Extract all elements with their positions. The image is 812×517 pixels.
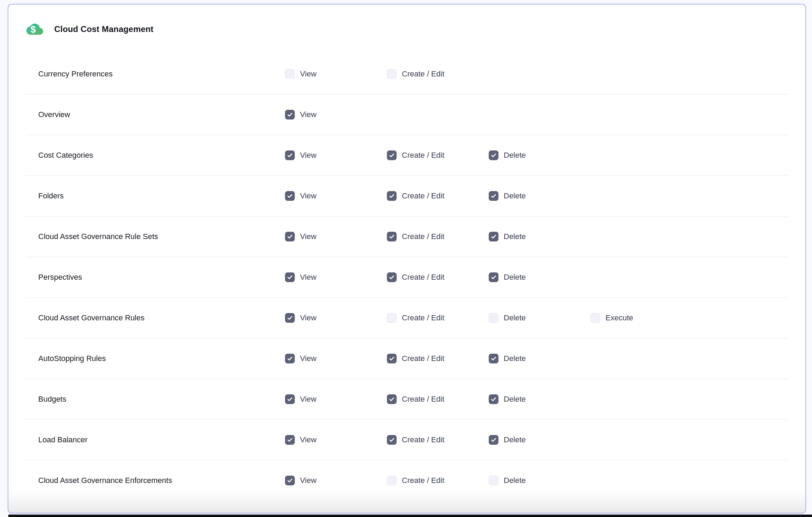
- cloud-dollar-icon: $: [26, 22, 44, 37]
- view-checkbox[interactable]: [285, 476, 295, 485]
- permission-view[interactable]: View: [285, 272, 387, 282]
- delete-checkbox[interactable]: [489, 354, 498, 363]
- resource-label: AutoStopping Rules: [38, 354, 285, 363]
- create_edit-checkbox[interactable]: [387, 313, 397, 323]
- permission-label: Create / Edit: [402, 313, 444, 322]
- permission-label: Delete: [504, 476, 526, 485]
- execute-checkbox[interactable]: [591, 313, 600, 323]
- view-checkbox[interactable]: [285, 150, 295, 160]
- permission-row: PerspectivesViewCreate / EditDelete: [26, 257, 788, 297]
- permission-delete[interactable]: Delete: [489, 272, 591, 282]
- permission-execute[interactable]: Execute: [591, 313, 788, 323]
- permission-label: Delete: [504, 354, 526, 363]
- delete-checkbox[interactable]: [489, 394, 498, 404]
- view-checkbox[interactable]: [285, 394, 295, 404]
- permission-row: Cloud Asset Governance Rule SetsViewCrea…: [26, 216, 788, 257]
- delete-checkbox[interactable]: [489, 272, 498, 282]
- create_edit-checkbox[interactable]: [387, 272, 397, 282]
- permission-delete[interactable]: Delete: [489, 394, 591, 404]
- permission-delete[interactable]: Delete: [489, 354, 591, 363]
- view-checkbox[interactable]: [285, 272, 295, 282]
- permission-label: View: [300, 151, 316, 160]
- permission-label: Create / Edit: [402, 435, 444, 444]
- permission-delete[interactable]: Delete: [489, 232, 591, 241]
- create_edit-checkbox[interactable]: [387, 476, 397, 485]
- permission-label: View: [300, 313, 316, 322]
- permission-label: View: [300, 110, 316, 119]
- permission-view[interactable]: View: [285, 313, 387, 323]
- permission-label: Create / Edit: [402, 476, 444, 485]
- resource-label: Load Balancer: [38, 435, 285, 444]
- resource-label: Currency Preferences: [38, 69, 285, 79]
- permissions-card: $ Cloud Cost Management Currency Prefere…: [8, 4, 806, 514]
- permission-view[interactable]: View: [285, 69, 387, 79]
- permission-view[interactable]: View: [285, 110, 387, 120]
- permission-row: Currency PreferencesViewCreate / Edit: [26, 54, 788, 94]
- resource-label: Cost Categories: [38, 151, 285, 160]
- permission-label: View: [300, 232, 316, 241]
- view-checkbox[interactable]: [285, 354, 295, 363]
- permission-view[interactable]: View: [285, 394, 387, 404]
- delete-checkbox[interactable]: [489, 313, 498, 323]
- create_edit-checkbox[interactable]: [387, 191, 397, 201]
- view-checkbox[interactable]: [285, 69, 295, 79]
- permission-row: AutoStopping RulesViewCreate / EditDelet…: [26, 338, 788, 379]
- delete-checkbox[interactable]: [489, 232, 498, 241]
- permission-view[interactable]: View: [285, 476, 387, 485]
- permission-label: Delete: [504, 435, 526, 444]
- permission-label: Create / Edit: [402, 151, 444, 160]
- delete-checkbox[interactable]: [489, 435, 498, 445]
- permission-create_edit[interactable]: Create / Edit: [387, 354, 489, 363]
- create_edit-checkbox[interactable]: [387, 150, 397, 160]
- permission-view[interactable]: View: [285, 150, 387, 160]
- permission-view[interactable]: View: [285, 435, 387, 445]
- permission-delete[interactable]: Delete: [489, 191, 591, 201]
- permission-create_edit[interactable]: Create / Edit: [387, 476, 489, 485]
- permission-label: Create / Edit: [402, 232, 444, 241]
- resource-label: Overview: [38, 110, 285, 119]
- permission-label: Delete: [504, 232, 526, 241]
- create_edit-checkbox[interactable]: [387, 232, 397, 241]
- permission-create_edit[interactable]: Create / Edit: [387, 232, 489, 241]
- permission-view[interactable]: View: [285, 354, 387, 363]
- permission-create_edit[interactable]: Create / Edit: [387, 69, 489, 79]
- permission-row: BudgetsViewCreate / EditDelete: [26, 379, 788, 419]
- permission-label: Delete: [504, 313, 526, 322]
- permission-create_edit[interactable]: Create / Edit: [387, 272, 489, 282]
- delete-checkbox[interactable]: [489, 476, 498, 485]
- view-checkbox[interactable]: [285, 313, 295, 323]
- delete-checkbox[interactable]: [489, 191, 498, 201]
- permission-label: Delete: [504, 191, 526, 200]
- view-checkbox[interactable]: [285, 232, 295, 241]
- create_edit-checkbox[interactable]: [387, 394, 397, 404]
- resource-label: Cloud Asset Governance Rules: [38, 313, 285, 322]
- view-checkbox[interactable]: [285, 191, 295, 201]
- permission-create_edit[interactable]: Create / Edit: [387, 313, 489, 323]
- permission-create_edit[interactable]: Create / Edit: [387, 435, 489, 445]
- create_edit-checkbox[interactable]: [387, 69, 397, 79]
- permission-label: View: [300, 435, 316, 444]
- permission-delete[interactable]: Delete: [489, 435, 591, 445]
- module-header: $ Cloud Cost Management: [26, 5, 788, 54]
- svg-text:$: $: [31, 24, 36, 35]
- permission-label: Create / Edit: [402, 69, 444, 79]
- create_edit-checkbox[interactable]: [387, 435, 397, 445]
- permission-row: OverviewView: [26, 94, 788, 135]
- view-checkbox[interactable]: [285, 110, 295, 120]
- permission-label: Delete: [504, 273, 526, 282]
- permission-label: Create / Edit: [402, 354, 444, 363]
- permission-create_edit[interactable]: Create / Edit: [387, 150, 489, 160]
- permission-label: Create / Edit: [402, 395, 444, 404]
- permission-delete[interactable]: Delete: [489, 150, 591, 160]
- permission-view[interactable]: View: [285, 232, 387, 241]
- permission-create_edit[interactable]: Create / Edit: [387, 394, 489, 404]
- permission-delete[interactable]: Delete: [489, 476, 591, 485]
- permission-delete[interactable]: Delete: [489, 313, 591, 323]
- delete-checkbox[interactable]: [489, 150, 498, 160]
- view-checkbox[interactable]: [285, 435, 295, 445]
- permission-label: View: [300, 395, 316, 404]
- permission-label: Create / Edit: [402, 191, 444, 200]
- permission-create_edit[interactable]: Create / Edit: [387, 191, 489, 201]
- create_edit-checkbox[interactable]: [387, 354, 397, 363]
- permission-view[interactable]: View: [285, 191, 387, 201]
